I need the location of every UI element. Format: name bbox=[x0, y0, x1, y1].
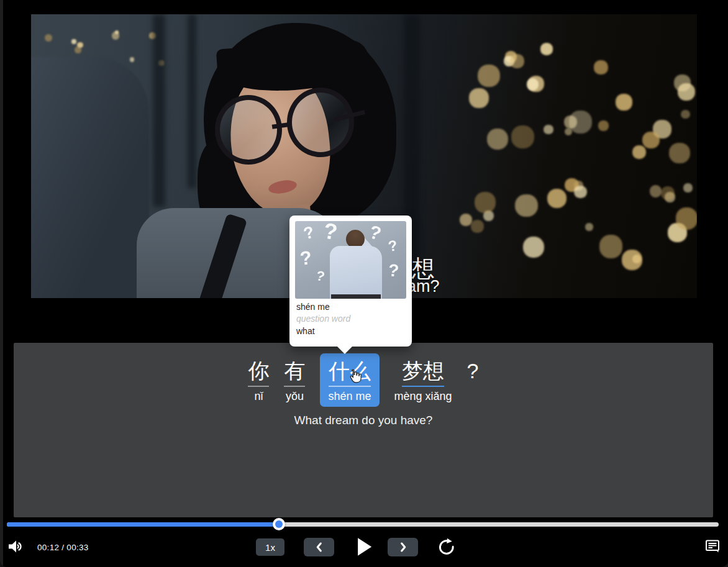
pinyin-text: yǒu bbox=[286, 390, 304, 403]
bokeh-light bbox=[594, 60, 608, 75]
background-building-column bbox=[153, 14, 165, 207]
bokeh-light bbox=[540, 43, 553, 55]
man-shirt bbox=[330, 246, 382, 299]
seek-bar-fill bbox=[7, 522, 279, 527]
hanzi-text: 梦想 bbox=[402, 359, 444, 387]
question-mark-decor bbox=[367, 221, 384, 245]
glasses-right-lens bbox=[287, 88, 354, 157]
popup-caret bbox=[337, 346, 353, 354]
bokeh-light bbox=[681, 110, 690, 119]
bokeh-light bbox=[515, 194, 538, 217]
bokeh-light bbox=[45, 34, 53, 42]
question-mark-decor bbox=[387, 237, 399, 255]
word-illustration-image bbox=[295, 221, 406, 299]
question-mark-decor bbox=[388, 260, 400, 281]
bokeh-light bbox=[130, 57, 135, 62]
question-mark-decor bbox=[322, 221, 339, 245]
bokeh-light bbox=[77, 42, 83, 48]
subtitle-word-mengxiang[interactable]: 梦想 mèng xiǎng bbox=[394, 353, 452, 403]
subtitle-word-you[interactable]: 有 yǒu bbox=[284, 353, 305, 403]
time-display: 00:12/00:33 bbox=[37, 543, 89, 552]
man-belt bbox=[331, 294, 381, 299]
bokeh-light bbox=[683, 183, 693, 193]
bokeh-light bbox=[598, 120, 609, 131]
bokeh-light bbox=[471, 220, 484, 233]
hanzi-text: 有 bbox=[284, 359, 305, 387]
seek-handle[interactable] bbox=[273, 518, 285, 530]
question-mark-decor bbox=[299, 247, 313, 270]
bokeh-light bbox=[678, 83, 695, 101]
time-separator: / bbox=[61, 543, 64, 552]
glasses-left-lens bbox=[215, 95, 282, 165]
pinyin-text: shén me bbox=[328, 390, 371, 403]
popup-pinyin: shén me bbox=[296, 302, 330, 312]
bokeh-light bbox=[523, 237, 545, 258]
bokeh-light bbox=[669, 143, 690, 164]
pinyin-text: nǐ bbox=[254, 390, 263, 403]
time-current: 00:12 bbox=[37, 543, 59, 552]
volume-icon[interactable] bbox=[7, 538, 24, 555]
bokeh-light bbox=[632, 145, 646, 159]
subtitle-word-question-mark[interactable]: ? bbox=[467, 353, 479, 403]
hanzi-text: 你 bbox=[248, 359, 269, 387]
bokeh-light bbox=[565, 128, 572, 135]
bokeh-light bbox=[475, 192, 496, 213]
sentence-translation: What dream do you have? bbox=[14, 414, 713, 427]
bokeh-light bbox=[676, 207, 697, 229]
bokeh-light bbox=[71, 39, 76, 44]
word-definition-popup[interactable]: shén me question word what bbox=[289, 215, 412, 347]
bokeh-light bbox=[616, 94, 632, 111]
app-window: 想 am? shén me question word what 你 nǐ bbox=[0, 0, 728, 567]
playback-speed-button[interactable]: 1x bbox=[256, 538, 284, 556]
question-mark-decor bbox=[314, 268, 326, 285]
seek-bar[interactable] bbox=[7, 522, 719, 527]
background-building-column bbox=[188, 14, 196, 188]
hanzi-text: ? bbox=[467, 359, 479, 387]
bokeh-light bbox=[460, 214, 472, 226]
popup-definition: what bbox=[296, 326, 315, 336]
replay-icon[interactable] bbox=[437, 538, 456, 556]
question-mark-decor bbox=[301, 222, 316, 243]
bokeh-light bbox=[487, 129, 508, 150]
chevron-right-icon bbox=[396, 540, 410, 554]
bokeh-light bbox=[478, 65, 500, 87]
bokeh-light bbox=[622, 250, 642, 270]
subtitle-panel: 你 nǐ 有 yǒu 什么 shén me 梦想 mèng xiǎng ? Wh… bbox=[14, 343, 713, 517]
window-edge bbox=[0, 0, 3, 567]
bokeh-light bbox=[650, 185, 662, 197]
bokeh-light bbox=[569, 111, 592, 134]
bokeh-light bbox=[469, 88, 489, 108]
bokeh-light bbox=[642, 132, 660, 149]
previous-caption-button[interactable] bbox=[304, 538, 334, 556]
play-button[interactable] bbox=[355, 537, 373, 557]
bokeh-light bbox=[661, 186, 675, 200]
subtitle-word-shenme-selected[interactable]: 什么 shén me bbox=[320, 353, 379, 407]
bokeh-light bbox=[510, 54, 524, 68]
bokeh-light bbox=[585, 223, 593, 231]
next-caption-button[interactable] bbox=[388, 538, 418, 556]
hanzi-text: 什么 bbox=[329, 359, 371, 387]
bokeh-light bbox=[544, 125, 553, 134]
pinyin-text: mèng xiǎng bbox=[394, 390, 452, 403]
subtitle-words-row: 你 nǐ 有 yǒu 什么 shén me 梦想 mèng xiǎng ? bbox=[14, 353, 713, 407]
bokeh-light bbox=[599, 235, 622, 258]
bokeh-light bbox=[511, 125, 534, 148]
transcript-icon[interactable] bbox=[704, 537, 721, 555]
bokeh-light bbox=[574, 186, 586, 198]
bokeh-light bbox=[547, 189, 567, 209]
chevron-left-icon bbox=[312, 540, 326, 554]
foreground-person-shoulder bbox=[31, 57, 149, 298]
subtitle-word-ni[interactable]: 你 nǐ bbox=[248, 353, 269, 403]
time-total: 00:33 bbox=[66, 543, 88, 552]
popup-part-of-speech: question word bbox=[296, 314, 350, 324]
